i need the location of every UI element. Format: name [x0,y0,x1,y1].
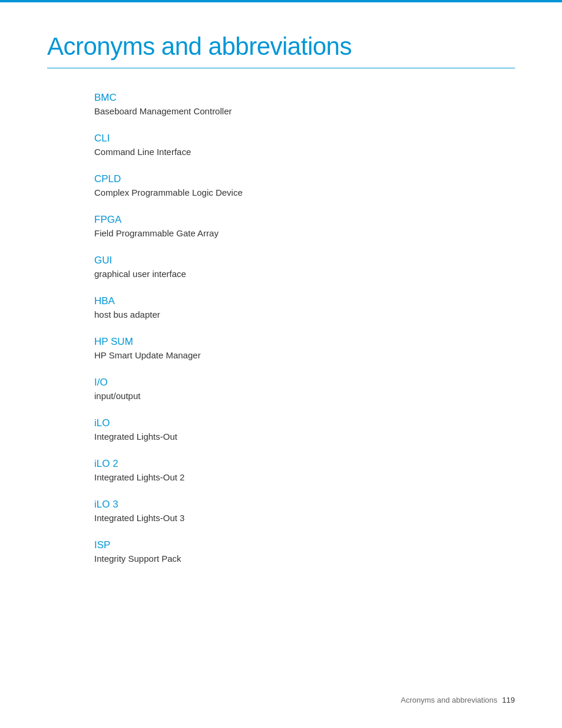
acronym-term: iLO [94,417,515,429]
acronym-definition: Command Line Interface [94,147,515,157]
acronym-entry: iLO 2Integrated Lights-Out 2 [94,458,515,482]
acronym-term: ISP [94,539,515,551]
acronym-definition: Field Programmable Gate Array [94,228,515,238]
acronym-entry: HBAhost bus adapter [94,295,515,319]
acronym-term: FPGA [94,214,515,226]
acronym-term: BMC [94,92,515,104]
acronym-term: CLI [94,133,515,144]
acronym-term: iLO 3 [94,499,515,510]
acronym-entry: iLO 3Integrated Lights-Out 3 [94,499,515,523]
page-footer: Acronyms and abbreviations 119 [401,696,515,704]
acronym-definition: Complex Programmable Logic Device [94,187,515,197]
page-title: Acronyms and abbreviations [47,32,515,68]
acronym-term: CPLD [94,173,515,185]
acronym-entry: FPGAField Programmable Gate Array [94,214,515,238]
acronym-entry: iLOIntegrated Lights-Out [94,417,515,442]
footer-label: Acronyms and abbreviations [401,696,497,704]
acronym-entry: HP SUMHP Smart Update Manager [94,336,515,360]
acronym-definition: HP Smart Update Manager [94,350,515,360]
acronym-definition: Integrated Lights-Out 3 [94,513,515,523]
acronym-entry: CPLDComplex Programmable Logic Device [94,173,515,197]
page-container: Acronyms and abbreviations BMCBaseboard … [0,0,562,728]
acronym-entry: BMCBaseboard Management Controller [94,92,515,116]
acronym-definition: Integrated Lights-Out [94,431,515,442]
acronym-entry: GUIgraphical user interface [94,255,515,279]
acronym-entry: CLICommand Line Interface [94,133,515,157]
top-border [0,0,562,2]
acronym-term: I/O [94,377,515,388]
acronym-term: iLO 2 [94,458,515,470]
acronym-entry: ISPIntegrity Support Pack [94,539,515,564]
acronym-term: HP SUM [94,336,515,348]
acronym-definition: host bus adapter [94,309,515,319]
acronym-definition: Baseboard Management Controller [94,106,515,116]
acronym-definition: Integrated Lights-Out 2 [94,472,515,482]
acronym-entry: I/Oinput/output [94,377,515,401]
acronym-definition: input/output [94,391,515,401]
acronym-term: HBA [94,295,515,307]
acronym-term: GUI [94,255,515,266]
acronym-list: BMCBaseboard Management ControllerCLICom… [94,92,515,564]
acronym-definition: graphical user interface [94,269,515,279]
footer-page-number: 119 [502,696,515,704]
acronym-definition: Integrity Support Pack [94,554,515,564]
content-area: Acronyms and abbreviations BMCBaseboard … [0,0,562,627]
